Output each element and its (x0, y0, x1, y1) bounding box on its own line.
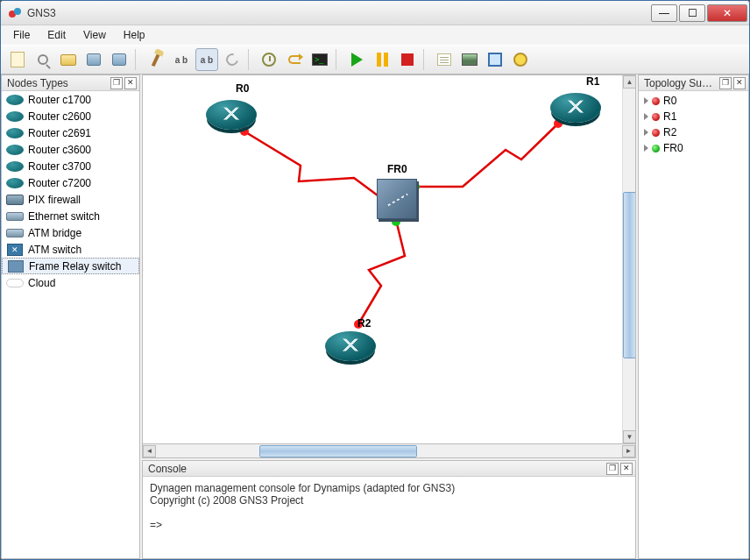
menu-view[interactable]: View (74, 27, 115, 43)
toolbar-text-tool-b[interactable]: a b (195, 48, 218, 71)
toolbar-new-file[interactable] (6, 48, 29, 71)
toolbar-terminal[interactable]: >_ (308, 48, 331, 71)
topology-summary-header[interactable]: Topology Sum... ❐ ✕ (639, 75, 748, 91)
undock-icon[interactable]: ❐ (719, 77, 732, 89)
topology-item-label: R1 (663, 110, 676, 123)
toolbar-snapshot-image[interactable] (458, 48, 481, 71)
scroll-thumb[interactable] (623, 192, 636, 358)
status-dot-icon (652, 145, 660, 152)
toolbar-ellipse[interactable] (509, 48, 532, 71)
rectangle-icon (488, 53, 502, 67)
topology-summary-panel: Topology Sum... ❐ ✕ R0R1R2FR0 (638, 74, 749, 559)
menu-file[interactable]: File (4, 27, 39, 43)
play-icon (351, 53, 363, 67)
nodes-types-panel: Nodes Types ❐ ✕ Router c1700Router c2600… (1, 74, 140, 559)
scroll-down-icon[interactable]: ▼ (623, 430, 636, 443)
node-type-item[interactable]: Frame Relay switch (2, 258, 139, 274)
menu-help[interactable]: Help (115, 27, 154, 43)
console-title: Console (148, 463, 605, 475)
topology-item[interactable]: R0 (640, 93, 746, 109)
menu-edit[interactable]: Edit (39, 27, 74, 43)
toolbar-snapshot[interactable] (258, 48, 280, 71)
node-type-label: Router c3700 (28, 160, 91, 173)
toolbar-notes[interactable] (433, 48, 456, 71)
node-label-r0: R0 (236, 82, 249, 95)
expand-icon[interactable] (644, 145, 648, 152)
text-tool-b-icon: a b (201, 55, 213, 65)
toolbar-save-as[interactable] (108, 48, 131, 71)
scroll-right-icon[interactable]: ► (622, 445, 635, 457)
router-icon (5, 127, 25, 139)
node-r2[interactable] (325, 331, 376, 361)
node-type-label: ATM switch (28, 244, 81, 256)
hscroll-thumb[interactable] (259, 445, 417, 457)
router-icon (5, 94, 25, 106)
titlebar[interactable]: GNS3 — ☐ ✕ (1, 1, 749, 25)
expand-icon[interactable] (644, 113, 648, 120)
node-type-item[interactable]: PIX firewall (2, 191, 139, 208)
topology-item[interactable]: FR0 (640, 140, 746, 156)
node-type-item[interactable]: Router c2691 (2, 124, 139, 141)
node-type-item[interactable]: ATM bridge (2, 224, 139, 241)
node-type-item[interactable]: Cloud (2, 274, 139, 291)
topology-canvas[interactable]: R0 R1 R2 FR0 ▲ ▼ (142, 74, 636, 444)
node-label-r2: R2 (357, 317, 371, 330)
toolbar-settings[interactable] (221, 48, 244, 71)
vertical-scrollbar[interactable]: ▲ ▼ (622, 75, 635, 443)
toolbar-pause[interactable] (371, 48, 393, 71)
topology-item[interactable]: R1 (640, 109, 746, 124)
node-type-item[interactable]: Router c1700 (2, 91, 139, 108)
frsw-icon (6, 260, 25, 273)
console-header[interactable]: Console ❐ ✕ (143, 461, 635, 477)
console-output[interactable]: Dynagen management console for Dynamips … (143, 477, 635, 558)
expand-icon[interactable] (644, 97, 648, 104)
toolbar-save[interactable] (82, 48, 105, 71)
scroll-up-icon[interactable]: ▲ (623, 75, 636, 89)
scroll-left-icon[interactable]: ◄ (143, 445, 156, 457)
toolbar-undo[interactable] (283, 48, 306, 71)
undock-icon[interactable]: ❐ (110, 77, 123, 89)
topology-item[interactable]: R2 (640, 124, 746, 140)
terminal-icon: >_ (312, 53, 328, 66)
toolbar-text-tool-a[interactable]: a b (170, 48, 193, 71)
node-type-item[interactable]: Router c2600 (2, 108, 139, 124)
console-panel: Console ❐ ✕ Dynagen management console f… (142, 460, 636, 559)
close-button[interactable]: ✕ (707, 4, 747, 22)
close-panel-icon[interactable]: ✕ (124, 77, 137, 89)
node-r0[interactable] (206, 100, 257, 130)
ellipse-icon (513, 53, 527, 67)
router-icon (5, 177, 25, 189)
close-panel-icon[interactable]: ✕ (733, 77, 746, 89)
node-type-item[interactable]: Ethernet switch (2, 208, 139, 224)
topology-item-label: FR0 (663, 142, 683, 154)
undock-icon[interactable]: ❐ (606, 463, 619, 475)
node-type-item[interactable]: Router c3600 (2, 141, 139, 158)
snapshot-image-icon (462, 53, 478, 66)
nodes-types-list[interactable]: Router c1700Router c2600Router c2691Rout… (2, 91, 139, 558)
node-type-item[interactable]: Router c3700 (2, 158, 139, 174)
toolbar-clean[interactable] (145, 48, 167, 71)
node-type-label: Router c7200 (28, 177, 91, 189)
minimize-button[interactable]: — (651, 4, 677, 22)
save-icon (87, 53, 101, 66)
maximize-button[interactable]: ☐ (679, 4, 705, 22)
toolbar-play[interactable] (345, 48, 368, 71)
toolbar-separator (423, 49, 428, 70)
toolbar-stop[interactable] (396, 48, 419, 71)
switch-icon (5, 227, 25, 239)
topology-summary-list[interactable]: R0R1R2FR0 (639, 91, 748, 558)
nodes-types-title: Nodes Types (7, 77, 109, 89)
node-fr0[interactable] (377, 179, 417, 219)
node-r1[interactable] (550, 93, 601, 123)
expand-icon[interactable] (644, 129, 648, 136)
toolbar-search[interactable] (32, 48, 54, 71)
horizontal-scrollbar[interactable]: ◄ ► (142, 444, 636, 458)
close-panel-icon[interactable]: ✕ (620, 463, 633, 475)
toolbar-separator (336, 49, 341, 70)
node-type-item[interactable]: Router c7200 (2, 174, 139, 191)
toolbar-rectangle[interactable] (484, 48, 506, 71)
nodes-types-header[interactable]: Nodes Types ❐ ✕ (2, 75, 139, 91)
center-area: R0 R1 R2 FR0 ▲ ▼ ◄ ► (142, 74, 636, 559)
toolbar-open[interactable] (57, 48, 80, 71)
node-type-item[interactable]: ✕ATM switch (2, 241, 139, 258)
